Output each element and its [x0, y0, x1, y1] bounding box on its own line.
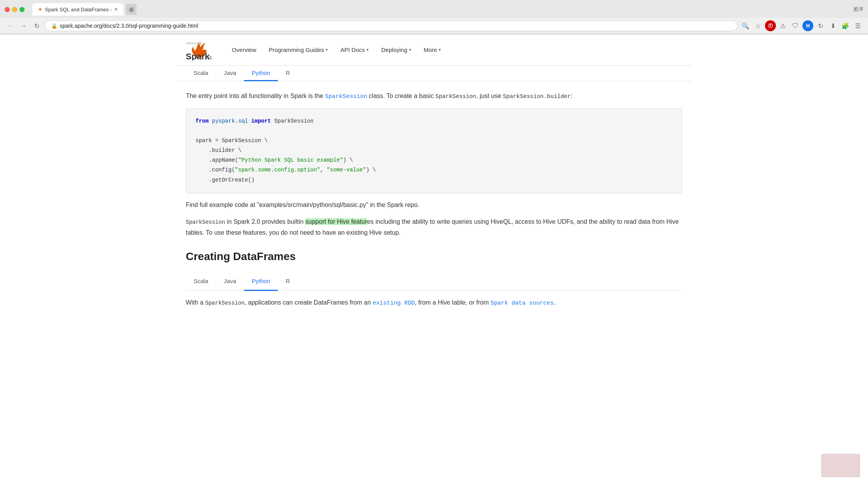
tab-title: Spark SQL and DataFrames - — [45, 7, 112, 12]
intro-paragraph: The entry point into all functionality i… — [186, 91, 682, 102]
sync-icon[interactable]: ↻ — [815, 20, 826, 31]
tab-bar: ✦ Spark SQL and DataFrames - ✕ ⊕ — [32, 3, 850, 16]
code-block-sparksession: from pyspark.sql import SparkSession spa… — [186, 108, 682, 193]
existing-rdd-link[interactable]: existing RDD — [373, 300, 415, 307]
chevron-down-icon: ▾ — [409, 47, 411, 52]
title-bar: ✦ Spark SQL and DataFrames - ✕ ⊕ 差洋 — [0, 0, 868, 18]
svg-text:APACHE: APACHE — [186, 41, 202, 45]
creating-dataframes-heading: Creating DataFrames — [186, 247, 682, 266]
back-button[interactable]: ← — [5, 20, 16, 31]
nav-api-docs[interactable]: API Docs ▾ — [334, 43, 375, 56]
puzzle-icon[interactable]: 🧩 — [840, 20, 851, 31]
svg-text:2.3.0: 2.3.0 — [205, 55, 213, 61]
search-icon[interactable]: 🔍 — [740, 20, 751, 31]
sparksession-paragraph: SparkSession in Spark 2.0 provides built… — [186, 216, 682, 238]
user-icon[interactable]: M — [802, 20, 813, 31]
tab-python-top[interactable]: Python — [244, 66, 278, 81]
code-line-blank — [196, 126, 672, 136]
find-example-text: Find full example code at "examples/src/… — [186, 200, 682, 210]
highlighted-text: support for Hive featur — [305, 218, 367, 225]
browser-tab[interactable]: ✦ Spark SQL and DataFrames - ✕ — [32, 3, 123, 16]
tab-java-bottom[interactable]: Java — [216, 272, 244, 291]
nav-icons-right: 🔍 ☆ Ⓕ ⚠ 🛡 M ↻ ⬇ 🧩 ☰ — [740, 20, 863, 31]
nav-overview[interactable]: Overview — [226, 43, 263, 56]
spark-nav-links: Overview Programming Guides ▾ API Docs ▾… — [226, 43, 682, 56]
tab-close-button[interactable]: ✕ — [114, 7, 118, 12]
bookmark-icon[interactable]: ☆ — [752, 20, 763, 31]
top-right-area: 差洋 — [853, 6, 863, 13]
alert-icon[interactable]: ⚠ — [777, 20, 788, 31]
tab-python-bottom[interactable]: Python — [244, 272, 278, 291]
browser-nav-bar: ← → ↻ 🔒 spark.apache.org/docs/2.3.0/sql-… — [0, 18, 868, 34]
code-line-1: from pyspark.sql import SparkSession — [196, 116, 672, 126]
spark-logo[interactable]: APACHE Spark 2.3.0 — [186, 39, 213, 61]
tab-java-top[interactable]: Java — [216, 66, 244, 81]
tab-r-top[interactable]: R — [278, 66, 298, 81]
bottom-section-content: With a SparkSession, applications can cr… — [186, 291, 682, 321]
code-line-3: spark = SparkSession \ — [196, 136, 672, 146]
firefox-icon[interactable]: Ⓕ — [765, 20, 776, 31]
refresh-button[interactable]: ↻ — [31, 20, 42, 31]
maximize-button[interactable] — [20, 7, 25, 12]
code-line-7: .getOrCreate() — [196, 175, 672, 185]
spark-nav: APACHE Spark 2.3.0 Overview Programming … — [176, 34, 692, 66]
code-line-6: .config("spark.some.config.option", "som… — [196, 165, 672, 175]
nav-more[interactable]: More ▾ — [418, 43, 447, 56]
url-bar[interactable]: 🔒 spark.apache.org/docs/2.3.0/sql-progra… — [44, 20, 738, 31]
shield-icon[interactable]: 🛡 — [790, 20, 801, 31]
chevron-down-icon: ▾ — [326, 47, 328, 52]
browser-chrome: ✦ Spark SQL and DataFrames - ✕ ⊕ 差洋 ← → … — [0, 0, 868, 34]
tab-scala-bottom[interactable]: Scala — [186, 272, 216, 291]
tab-favicon-icon: ✦ — [38, 6, 43, 12]
download-icon[interactable]: ⬇ — [827, 20, 838, 31]
forward-button[interactable]: → — [18, 20, 29, 31]
code-line-4: .builder \ — [196, 146, 672, 155]
code-line-5: .appName("Python Spark SQL basic example… — [196, 155, 672, 165]
new-tab-button[interactable]: ⊕ — [126, 4, 137, 15]
spark-logo-icon: APACHE Spark 2.3.0 — [186, 39, 213, 61]
close-button[interactable] — [5, 7, 10, 12]
spark-data-sources-link[interactable]: Spark data sources — [491, 300, 554, 307]
page-content: APACHE Spark 2.3.0 Overview Programming … — [176, 34, 692, 330]
sparksession-link[interactable]: SparkSession — [325, 93, 367, 100]
language-tabs-top: Scala Java Python R — [176, 66, 692, 81]
lock-icon: 🔒 — [51, 23, 57, 29]
chevron-down-icon: ▾ — [366, 47, 369, 52]
menu-icon[interactable]: ☰ — [852, 20, 863, 31]
minimize-button[interactable] — [12, 7, 17, 12]
language-tabs-bottom: Scala Java Python R — [186, 272, 682, 291]
url-text: spark.apache.org/docs/2.3.0/sql-programm… — [60, 23, 731, 29]
chevron-down-icon: ▾ — [439, 47, 441, 52]
nav-deploying[interactable]: Deploying ▾ — [375, 43, 418, 56]
tab-r-bottom[interactable]: R — [278, 272, 298, 291]
main-content: The entry point into all functionality i… — [176, 81, 692, 330]
traffic-lights — [5, 7, 25, 12]
nav-programming-guides[interactable]: Programming Guides ▾ — [263, 43, 334, 56]
tab-scala-top[interactable]: Scala — [186, 66, 216, 81]
bottom-paragraph: With a SparkSession, applications can cr… — [186, 297, 682, 308]
